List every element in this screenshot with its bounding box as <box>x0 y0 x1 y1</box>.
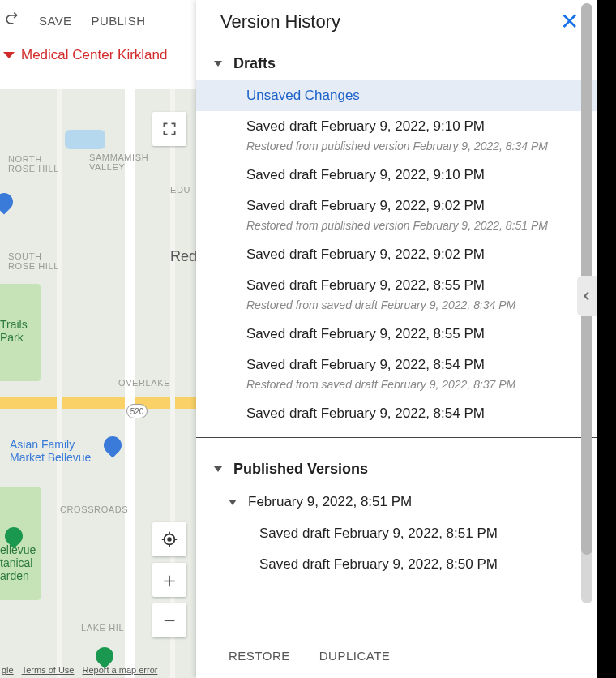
draft-entry[interactable]: Saved draft February 9, 2022, 8:55 PM <box>196 319 597 350</box>
attrib-link[interactable]: Terms of Use <box>22 665 75 675</box>
map-label: LAKE HIL <box>81 623 124 633</box>
editor-toolbar: SAVE PUBLISH <box>0 0 186 41</box>
map-pin-icon[interactable] <box>0 189 17 214</box>
breadcrumb[interactable]: Medical Center Kirkland <box>3 47 167 63</box>
draft-entry[interactable]: Saved draft February 9, 2022, 8:54 PMRes… <box>196 350 597 398</box>
version-history-panel: Version History ✕ Drafts Unsaved Changes… <box>196 0 597 678</box>
draft-entry[interactable]: Saved draft February 9, 2022, 9:02 PM <box>196 239 597 270</box>
close-icon[interactable]: ✕ <box>560 11 579 33</box>
caret-down-icon <box>3 52 15 58</box>
window-edge <box>597 0 616 678</box>
section-divider <box>196 437 597 438</box>
map-poi: Trails Park <box>0 318 28 344</box>
draft-note: Restored from saved draft February 9, 20… <box>246 378 597 391</box>
panel-body: Drafts Unsaved ChangesSaved draft Februa… <box>196 44 597 633</box>
map-city-cut: Redm <box>170 248 196 265</box>
published-version-row[interactable]: February 9, 2022, 8:51 PM <box>196 486 597 518</box>
draft-entry[interactable]: Saved draft February 9, 2022, 8:55 PMRes… <box>196 270 597 319</box>
restore-button[interactable]: RESTORE <box>229 649 290 663</box>
section-drafts-header[interactable]: Drafts <box>196 47 597 80</box>
draft-entry[interactable]: Saved draft February 9, 2022, 8:54 PM <box>196 398 597 429</box>
published-children-list: Saved draft February 9, 2022, 8:51 PMSav… <box>196 518 597 580</box>
panel-title: Version History <box>220 11 340 32</box>
draft-note: Restored from published version February… <box>246 139 597 152</box>
draft-entry[interactable]: Saved draft February 9, 2022, 9:02 PMRes… <box>196 191 597 239</box>
map-label: CROSSROADS <box>60 504 128 514</box>
redo-icon[interactable] <box>3 11 19 30</box>
attrib-link[interactable]: gle <box>2 665 14 675</box>
map-label: EDU <box>170 185 190 195</box>
draft-note: Restored from published version February… <box>246 219 597 232</box>
breadcrumb-title: Medical Center Kirkland <box>21 47 167 63</box>
map-label: NORTH ROSE HILL <box>8 154 59 174</box>
map-poi: ellevue tanical arden <box>0 543 36 582</box>
section-title: Published Versions <box>233 461 368 478</box>
hwy-shield: 520 <box>126 404 148 418</box>
publish-button[interactable]: PUBLISH <box>92 14 146 28</box>
draft-entry[interactable]: Saved draft February 9, 2022, 9:10 PMRes… <box>196 111 597 160</box>
zoom-in-button[interactable]: ＋ <box>152 563 186 597</box>
map-road <box>57 89 62 678</box>
caret-down-icon[interactable] <box>214 61 222 67</box>
panel-header: Version History ✕ <box>196 0 597 44</box>
svg-point-1 <box>168 538 171 541</box>
map-poi: Asian Family Market Bellevue <box>10 438 91 464</box>
caret-down-icon[interactable] <box>229 500 237 505</box>
section-title: Drafts <box>233 55 276 72</box>
drafts-list: Unsaved ChangesSaved draft February 9, 2… <box>196 80 597 429</box>
zoom-out-button[interactable]: − <box>152 603 186 637</box>
caret-down-icon[interactable] <box>214 466 222 472</box>
map-label: SOUTH ROSE HILL <box>8 251 59 271</box>
published-child-entry[interactable]: Saved draft February 9, 2022, 8:50 PM <box>196 549 597 580</box>
map-label: SAMMAMISH VALLEY <box>89 152 148 172</box>
panel-footer: RESTORE DUPLICATE <box>196 633 597 678</box>
map-attribution: gle Terms of Use Report a map error <box>2 665 157 675</box>
map-highway <box>0 397 196 409</box>
map-label: OVERLAKE <box>118 378 170 388</box>
collapse-panel-icon[interactable] <box>577 276 597 316</box>
map-pin-icon[interactable] <box>100 432 125 457</box>
duplicate-button[interactable]: DUPLICATE <box>319 649 391 663</box>
locate-icon[interactable] <box>152 522 186 556</box>
published-version-date: February 9, 2022, 8:51 PM <box>248 494 412 510</box>
map-canvas[interactable]: NORTH ROSE HILL SAMMAMISH VALLEY EDU SOU… <box>0 89 196 678</box>
save-button[interactable]: SAVE <box>39 14 72 28</box>
fullscreen-icon[interactable] <box>152 112 186 146</box>
section-published-header[interactable]: Published Versions <box>196 453 597 486</box>
map-water <box>65 130 105 149</box>
attrib-link[interactable]: Report a map error <box>82 665 157 675</box>
draft-entry[interactable]: Unsaved Changes <box>196 80 597 111</box>
draft-entry[interactable]: Saved draft February 9, 2022, 9:10 PM <box>196 160 597 191</box>
published-child-entry[interactable]: Saved draft February 9, 2022, 8:51 PM <box>196 518 597 549</box>
draft-note: Restored from saved draft February 9, 20… <box>246 298 597 311</box>
